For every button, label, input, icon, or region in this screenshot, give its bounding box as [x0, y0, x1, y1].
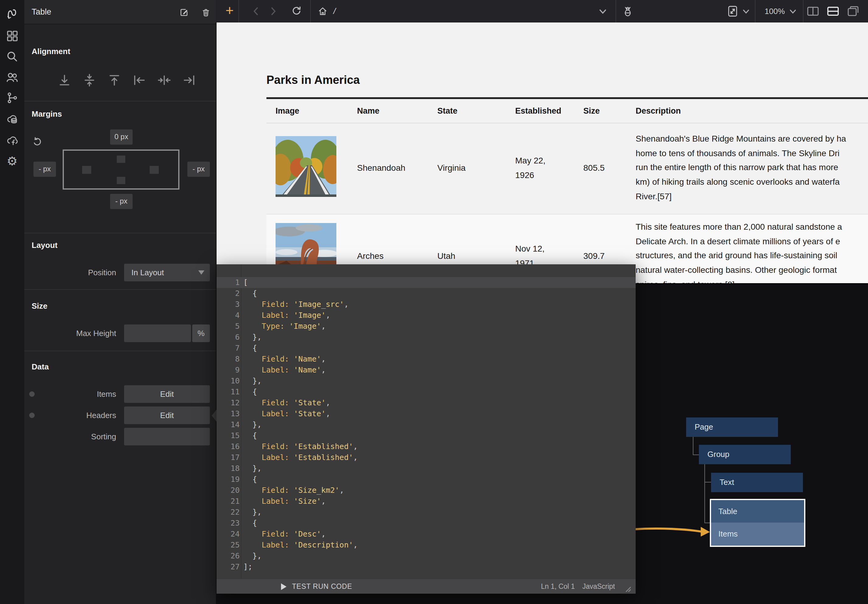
- items-edit-button[interactable]: Edit: [124, 385, 210, 403]
- col-header[interactable]: Established: [515, 99, 561, 123]
- zoom-chevron-icon[interactable]: [789, 9, 796, 14]
- search-icon[interactable]: [5, 50, 19, 63]
- edit-icon[interactable]: [179, 7, 189, 18]
- col-header[interactable]: Image: [276, 99, 299, 123]
- tree-node-table-items[interactable]: Items: [711, 522, 804, 546]
- tree-node-table-selected[interactable]: Table Items: [710, 499, 805, 547]
- code-line[interactable]: 7 {: [217, 343, 636, 354]
- margin-top-handle[interactable]: [117, 156, 125, 163]
- tree-node-table[interactable]: Table: [711, 500, 804, 522]
- code-line[interactable]: 14 },: [217, 419, 636, 430]
- code-text[interactable]: Field: 'Established',: [243, 441, 358, 452]
- code-text[interactable]: Label: 'Description',: [243, 539, 358, 550]
- code-line[interactable]: 3 Field: 'Image_src',: [217, 299, 636, 310]
- margin-left-value[interactable]: - px: [33, 162, 56, 177]
- resize-handle[interactable]: [625, 586, 631, 592]
- code-text[interactable]: {: [243, 386, 257, 397]
- code-text[interactable]: Label: 'Image',: [243, 310, 330, 321]
- align-left-icon[interactable]: [132, 73, 147, 88]
- code-line[interactable]: 23 {: [217, 518, 636, 529]
- code-line[interactable]: 8 Field: 'Name',: [217, 354, 636, 365]
- tree-node-group[interactable]: Group: [699, 445, 791, 464]
- add-button[interactable]: +: [221, 0, 239, 23]
- reset-margins-icon[interactable]: [32, 137, 43, 147]
- code-line[interactable]: 16 Field: 'Established',: [217, 441, 636, 452]
- code-text[interactable]: Label: 'Established',: [243, 452, 358, 463]
- code-line[interactable]: 13 Label: 'State',: [217, 408, 636, 419]
- refresh-icon[interactable]: [291, 6, 302, 16]
- margin-left-handle[interactable]: [82, 166, 91, 174]
- split-horizontal-layout-icon[interactable]: [827, 6, 839, 16]
- screen-size-chevron-icon[interactable]: [743, 9, 749, 14]
- floating-windows-layout-icon[interactable]: [847, 5, 859, 17]
- code-text[interactable]: Field: 'Name',: [243, 354, 326, 365]
- code-line[interactable]: 5 Type: 'Image',: [217, 321, 636, 332]
- cloud-database-icon[interactable]: [5, 113, 19, 126]
- code-line[interactable]: 9 Label: 'Name',: [217, 365, 636, 375]
- code-line[interactable]: 21 Label: 'Size',: [217, 496, 636, 507]
- code-line[interactable]: 15 {: [217, 430, 636, 441]
- align-vertical-center-icon[interactable]: [82, 73, 97, 88]
- url-path[interactable]: /: [333, 0, 336, 23]
- code-line[interactable]: 18 },: [217, 463, 636, 474]
- code-line[interactable]: 25 Label: 'Description',: [217, 539, 636, 550]
- align-right-icon[interactable]: [182, 73, 197, 88]
- cloud-function-icon[interactable]: [5, 134, 19, 147]
- debug-bug-icon[interactable]: [622, 5, 633, 17]
- code-text[interactable]: Type: 'Image',: [243, 321, 326, 332]
- code-text[interactable]: },: [243, 463, 262, 474]
- zoom-level[interactable]: 100%: [764, 0, 785, 23]
- tree-node-text[interactable]: Text: [711, 473, 803, 492]
- split-vertical-layout-icon[interactable]: [806, 6, 819, 16]
- code-text[interactable]: {: [243, 430, 257, 441]
- code-line[interactable]: 17 Label: 'Established',: [217, 452, 636, 463]
- code-area[interactable]: 1[2 {3 Field: 'Image_src',4 Label: 'Imag…: [217, 277, 636, 572]
- code-line[interactable]: 27];: [217, 561, 636, 572]
- code-text[interactable]: {: [243, 518, 257, 529]
- code-text[interactable]: Field: 'Size_km2',: [243, 485, 344, 496]
- code-text[interactable]: },: [243, 507, 262, 518]
- app-logo[interactable]: [5, 7, 19, 20]
- margin-top-value[interactable]: 0 px: [110, 130, 133, 145]
- align-bottom-icon[interactable]: [57, 73, 72, 88]
- code-line[interactable]: 1[: [217, 277, 636, 288]
- code-line[interactable]: 6 },: [217, 332, 636, 343]
- code-text[interactable]: {: [243, 288, 257, 299]
- margin-bottom-handle[interactable]: [117, 177, 125, 184]
- code-line[interactable]: 12 Field: 'State',: [217, 397, 636, 408]
- code-text[interactable]: Field: 'Image_src',: [243, 299, 349, 310]
- trash-icon[interactable]: [201, 7, 211, 18]
- align-top-icon[interactable]: [107, 73, 122, 88]
- language-label[interactable]: JavaScript: [583, 579, 615, 594]
- margin-right-value[interactable]: - px: [188, 162, 210, 177]
- test-run-code-button[interactable]: TEST RUN CODE: [292, 579, 352, 594]
- col-header[interactable]: State: [437, 99, 457, 123]
- code-text[interactable]: Label: 'State',: [243, 408, 330, 419]
- code-text[interactable]: ];: [243, 561, 253, 572]
- tree-node-page[interactable]: Page: [686, 417, 778, 437]
- margin-bottom-value[interactable]: - px: [110, 194, 133, 209]
- code-text[interactable]: },: [243, 332, 262, 343]
- code-text[interactable]: },: [243, 375, 262, 386]
- max-height-input[interactable]: [124, 324, 191, 342]
- code-line[interactable]: 2 {: [217, 288, 636, 299]
- code-line[interactable]: 19 {: [217, 474, 636, 485]
- table-row[interactable]: Shenandoah Virginia May 22, 1926 805.5 S…: [267, 124, 868, 214]
- forward-icon[interactable]: [269, 7, 277, 16]
- code-line[interactable]: 4 Label: 'Image',: [217, 310, 636, 321]
- headers-edit-button[interactable]: Edit: [124, 406, 210, 424]
- code-line[interactable]: 10 },: [217, 375, 636, 386]
- code-text[interactable]: },: [243, 550, 262, 561]
- screen-size-icon[interactable]: [727, 5, 738, 18]
- code-line[interactable]: 11 {: [217, 386, 636, 397]
- code-text[interactable]: Field: 'Desc',: [243, 529, 326, 539]
- home-icon[interactable]: [318, 6, 328, 16]
- col-header[interactable]: Description: [636, 99, 681, 123]
- code-text[interactable]: [: [243, 277, 248, 288]
- align-horizontal-center-icon[interactable]: [157, 73, 172, 88]
- url-chevron-down-icon[interactable]: [599, 9, 606, 14]
- code-text[interactable]: Field: 'State',: [243, 397, 330, 408]
- code-text[interactable]: {: [243, 474, 257, 485]
- code-text[interactable]: },: [243, 419, 262, 430]
- code-text[interactable]: {: [243, 343, 257, 354]
